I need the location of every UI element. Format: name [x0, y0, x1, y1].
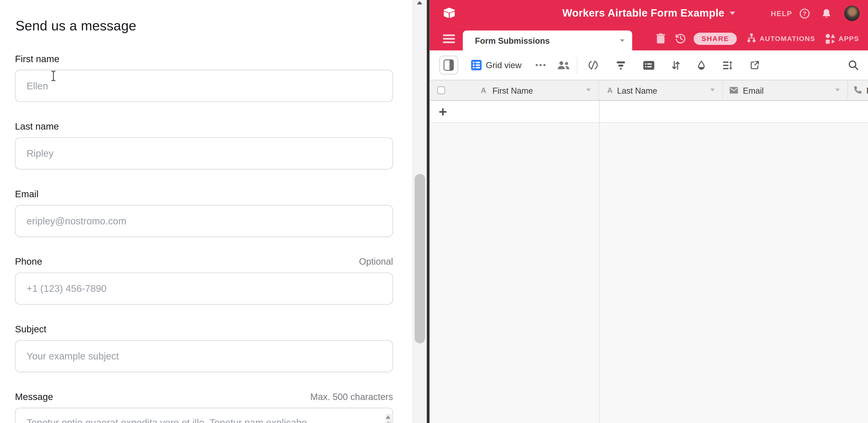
scroll-up-arrow-icon[interactable] [386, 415, 390, 419]
screenshot-stage: Send us a message First name Last name E… [0, 0, 868, 423]
svg-text:?: ? [803, 10, 806, 17]
page-scrollbar-thumb[interactable] [414, 174, 425, 343]
group-button[interactable] [643, 61, 654, 70]
grid-header-row: A First Name A Last Name Email [429, 80, 868, 101]
view-toolbar: Grid view [429, 51, 868, 80]
textarea-scrollbar-thumb[interactable] [386, 422, 391, 423]
field-email: Email [15, 189, 393, 237]
email-field-type-icon [730, 87, 738, 94]
table-tab-form-submissions[interactable]: Form Submissions [463, 30, 632, 51]
column-caret-icon[interactable] [586, 89, 591, 91]
share-view-button[interactable] [749, 60, 760, 70]
airtable-pane: Workers Airtable Form Example HELP ? [429, 0, 868, 423]
phone-field-type-icon [853, 86, 862, 95]
hide-fields-button[interactable] [588, 60, 598, 70]
first-name-label: First name [15, 54, 59, 65]
airtable-topbar: Workers Airtable Form Example HELP ? [429, 0, 868, 27]
message-textarea[interactable] [15, 407, 393, 423]
grid-empty-area [429, 123, 868, 423]
field-message: Message Max. 500 characters [15, 392, 393, 423]
share-button[interactable]: SHARE [694, 32, 737, 45]
message-maxlength-note: Max. 500 characters [310, 392, 393, 402]
sort-button[interactable] [672, 60, 681, 70]
apps-label[interactable]: APPS [839, 35, 859, 42]
trash-icon[interactable] [656, 33, 665, 44]
views-sidebar-toggle-button[interactable] [439, 56, 458, 75]
message-label: Message [15, 392, 53, 403]
phone-optional-note: Optional [359, 256, 393, 267]
subject-label: Subject [15, 324, 46, 335]
view-more-options-icon[interactable] [535, 64, 546, 66]
scroll-up-arrow-icon[interactable] [416, 1, 422, 4]
sidebar-menu-icon[interactable] [443, 34, 455, 43]
help-circle-icon[interactable]: ? [800, 8, 810, 19]
automations-icon[interactable] [746, 33, 757, 44]
help-menu[interactable]: HELP [771, 9, 792, 18]
field-last-name: Last name [15, 121, 393, 170]
field-phone: Phone Optional [15, 256, 393, 304]
base-title-caret-icon[interactable] [730, 12, 735, 15]
column-header-phone[interactable]: Phone [848, 80, 868, 100]
airtable-tab-bar: Form Submissions SHARE AUTOMAT [429, 27, 868, 51]
text-field-type-icon: A [607, 86, 613, 94]
contact-form-pane: Send us a message First name Last name E… [0, 0, 410, 423]
add-row[interactable] [429, 101, 868, 123]
notifications-bell-icon[interactable] [822, 8, 831, 19]
column-caret-icon[interactable] [835, 89, 840, 91]
column-header-email[interactable]: Email [723, 80, 848, 100]
phone-input[interactable] [15, 272, 393, 305]
user-avatar[interactable] [844, 6, 860, 21]
grid-column-divider [599, 123, 599, 423]
sidebar-toggle-icon [443, 59, 454, 71]
collaborators-icon[interactable] [557, 61, 570, 70]
column-header-last-name[interactable]: A Last Name [599, 80, 723, 100]
column-caret-icon[interactable] [710, 89, 715, 91]
email-input[interactable] [15, 205, 393, 237]
field-first-name: First name [15, 54, 393, 102]
page-title: Send us a message [16, 18, 136, 34]
apps-icon[interactable] [825, 33, 836, 44]
first-name-input[interactable] [15, 70, 393, 102]
filter-button[interactable] [616, 60, 626, 70]
add-record-plus-icon[interactable] [438, 107, 447, 116]
phone-label: Phone [15, 256, 42, 267]
table-name: Form Submissions [475, 36, 550, 45]
last-name-label: Last name [15, 121, 59, 132]
field-subject: Subject [15, 324, 393, 372]
base-title[interactable]: Workers Airtable Form Example [562, 7, 724, 20]
email-label: Email [15, 189, 38, 200]
text-field-type-icon: A [481, 86, 486, 94]
search-icon[interactable] [848, 60, 859, 70]
table-caret-icon[interactable] [620, 39, 624, 42]
grid-view-icon[interactable] [471, 60, 482, 70]
subject-input[interactable] [15, 340, 393, 372]
select-all-checkbox[interactable] [437, 86, 445, 94]
history-icon[interactable] [675, 33, 687, 44]
automations-label[interactable]: AUTOMATIONS [760, 35, 815, 42]
view-name[interactable]: Grid view [486, 60, 522, 70]
mouse-text-cursor-icon [50, 70, 56, 82]
row-height-button[interactable] [722, 60, 732, 70]
textarea-scrollbar[interactable] [385, 414, 392, 423]
color-button[interactable] [698, 60, 705, 70]
column-header-first-name[interactable]: A First Name [429, 80, 599, 100]
last-name-input[interactable] [15, 138, 393, 170]
toolbar-divider [577, 57, 577, 73]
grid-column-divider [599, 101, 599, 122]
window-divider [427, 0, 429, 423]
